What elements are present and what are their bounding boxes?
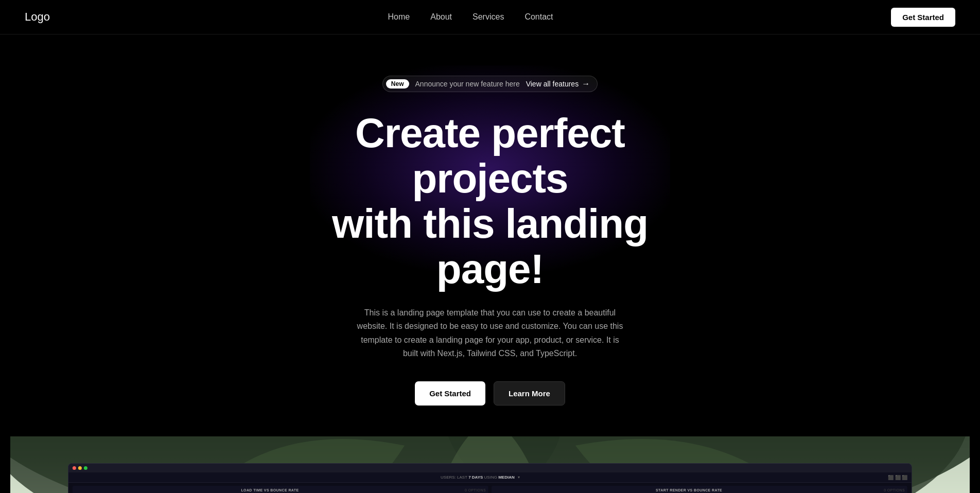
hero-section: New Announce your new feature here View … <box>0 34 980 493</box>
dashboard-icons: ⬛ ⬛ ⬛ <box>888 475 907 480</box>
close-dot <box>73 466 76 470</box>
hero-learn-more-button[interactable]: Learn More <box>494 381 565 406</box>
hero-subtext: This is a landing page template that you… <box>356 306 624 361</box>
dashboard-header: USERS: LAST 7 DAYS USING MEDIAN ▾ ⬛ ⬛ ⬛ <box>68 472 912 483</box>
view-features-link[interactable]: View all features → <box>526 79 590 89</box>
announcement-text: Announce your new feature here <box>415 80 520 88</box>
window-controls <box>73 466 87 470</box>
hero-image-mockup: USERS: LAST 7 DAYS USING MEDIAN ▾ ⬛ ⬛ ⬛ … <box>10 436 970 493</box>
nav-item-contact[interactable]: Contact <box>524 12 553 22</box>
dashboard-charts: LOAD TIME VS BOUNCE RATE 0 OPTIONS 75K 5… <box>68 483 912 493</box>
logo: Logo <box>25 10 50 24</box>
laptop-topbar <box>68 464 912 472</box>
laptop-frame: USERS: LAST 7 DAYS USING MEDIAN ▾ ⬛ ⬛ ⬛ … <box>68 463 912 493</box>
nav-links: Home About Services Contact <box>388 12 553 22</box>
nav-item-home[interactable]: Home <box>388 12 410 22</box>
maximize-dot <box>84 466 87 470</box>
panel-load-time: LOAD TIME VS BOUNCE RATE 0 OPTIONS 75K 5… <box>73 486 488 493</box>
hero-headline: Create perfect projects with this landin… <box>289 111 691 292</box>
nav-item-services[interactable]: Services <box>472 12 504 22</box>
new-badge: New <box>386 79 409 89</box>
navbar: Logo Home About Services Contact Get Sta… <box>0 0 980 34</box>
minimize-dot <box>78 466 82 470</box>
panel-start-render: START RENDER VS BOUNCE RATE 0 OPTIONS 40… <box>492 486 907 493</box>
hero-buttons: Get Started Learn More <box>415 381 565 406</box>
nav-get-started-button[interactable]: Get Started <box>891 8 955 27</box>
arrow-icon: → <box>582 79 590 89</box>
hero-get-started-button[interactable]: Get Started <box>415 381 485 406</box>
announcement-banner[interactable]: New Announce your new feature here View … <box>382 76 598 92</box>
nav-item-about[interactable]: About <box>430 12 452 22</box>
